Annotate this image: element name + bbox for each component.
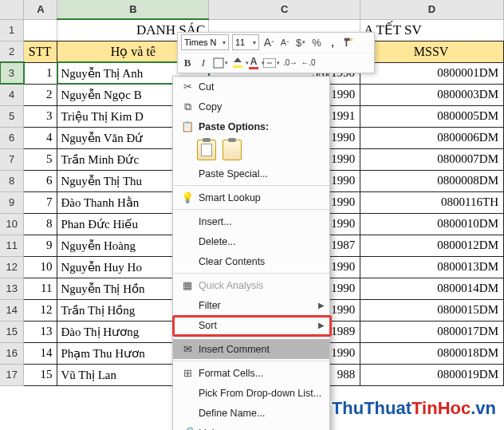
context-menu: ✂ Cut ⧉ Copy 📋 Paste Options: Paste Spec… <box>172 76 330 430</box>
cell-A13[interactable]: 11 <box>24 278 57 299</box>
cell-A7[interactable]: 5 <box>24 148 57 170</box>
row-header-6[interactable]: 6 <box>0 127 24 148</box>
cell-A2[interactable]: STT <box>24 41 57 62</box>
cell-D4[interactable]: 0800003DM <box>360 84 504 105</box>
col-header-D[interactable]: D <box>360 0 504 19</box>
cell-A4[interactable]: 2 <box>24 84 57 105</box>
select-all-corner[interactable] <box>0 0 24 19</box>
cell-D12[interactable]: 0800013DM <box>360 256 504 278</box>
ctx-cut[interactable]: ✂ Cut <box>173 77 329 97</box>
ctx-define-name[interactable]: Define Name... <box>173 403 329 423</box>
ctx-paste-special[interactable]: Paste Special... <box>173 164 329 183</box>
cell-D17[interactable]: 0800019DM <box>360 364 504 385</box>
ctx-quick-analysis: ▦ Quick Analysis <box>173 275 329 295</box>
cell-D11[interactable]: 0800012DM <box>360 235 504 256</box>
bold-button[interactable]: B <box>181 55 194 71</box>
ctx-format-cells[interactable]: ⊞ Format Cells... <box>173 363 329 383</box>
cell-A11[interactable]: 9 <box>24 235 57 256</box>
cell-D3[interactable]: 0800001DM <box>360 62 504 84</box>
row-header-8[interactable]: 8 <box>0 170 24 191</box>
cell-A6[interactable]: 4 <box>24 127 57 148</box>
cell-A3[interactable]: 1 <box>24 62 57 84</box>
format-cells-icon: ⊞ <box>178 367 197 379</box>
cell-A9[interactable]: 7 <box>24 191 57 213</box>
cell-A15[interactable]: 13 <box>24 321 57 342</box>
comment-icon: ✉ <box>178 343 197 355</box>
ctx-paste-options-header: 📋 Paste Options: <box>173 116 329 136</box>
decrease-font-icon[interactable]: Aˇ <box>278 34 291 50</box>
row-header-3[interactable]: 3 <box>0 62 24 84</box>
fill-color-button[interactable]: ▾ <box>231 55 244 71</box>
row-header-2[interactable]: 2 <box>0 41 24 62</box>
cell-A17[interactable]: 15 <box>24 364 57 385</box>
ctx-insert[interactable]: Insert... <box>173 211 329 231</box>
clipboard-icon: 📋 <box>178 120 197 132</box>
cell-D9[interactable]: 0800116TH <box>360 191 504 213</box>
paste-keep-source-icon[interactable] <box>197 140 216 160</box>
cell-A8[interactable]: 6 <box>24 170 57 191</box>
cell-D16[interactable]: 0800018DM <box>360 342 504 364</box>
cell-A16[interactable]: 14 <box>24 342 57 364</box>
ctx-copy[interactable]: ⧉ Copy <box>173 97 329 116</box>
cell-A14[interactable]: 12 <box>24 299 57 321</box>
row-header-9[interactable]: 9 <box>0 191 24 213</box>
cell-A10[interactable]: 8 <box>24 213 57 235</box>
cell-D13[interactable]: 0800014DM <box>360 278 504 299</box>
font-color-button[interactable]: A ▾ <box>247 55 260 71</box>
borders-button[interactable]: ▾ <box>213 55 228 71</box>
cell-A1[interactable] <box>24 19 57 41</box>
col-header-B[interactable]: B <box>57 0 209 19</box>
increase-font-icon[interactable]: Aˆ <box>262 34 275 50</box>
cell-D6[interactable]: 0800006DM <box>360 127 504 148</box>
row-header-10[interactable]: 10 <box>0 213 24 235</box>
cell-D1[interactable]: A TẾT SV <box>360 19 504 41</box>
percent-format-button[interactable]: % <box>310 34 323 50</box>
cell-D14[interactable]: 0800015DM <box>360 299 504 321</box>
ctx-delete[interactable]: Delete... <box>173 231 329 251</box>
row-header-5[interactable]: 5 <box>0 105 24 127</box>
cell-D7[interactable]: 0800007DM <box>360 148 504 170</box>
comma-format-button[interactable]: , <box>326 34 339 50</box>
row-header-12[interactable]: 12 <box>0 256 24 278</box>
italic-button[interactable]: I <box>197 55 210 71</box>
row-header-15[interactable]: 15 <box>0 321 24 342</box>
col-header-C[interactable]: C <box>209 0 360 19</box>
cell-D5[interactable]: 0800005DM <box>360 105 504 127</box>
ctx-pick-from-list[interactable]: Pick From Drop-down List... <box>173 383 329 403</box>
paste-values-icon[interactable] <box>222 140 242 160</box>
cell-A12[interactable]: 10 <box>24 256 57 278</box>
accounting-format-button[interactable]: $▾ <box>294 34 307 50</box>
copy-icon: ⧉ <box>178 101 197 113</box>
row-header-1[interactable]: 1 <box>0 19 24 41</box>
font-family-select[interactable]: Times N▾ <box>181 34 229 50</box>
ctx-sort[interactable]: Sort▶ <box>173 315 329 335</box>
lightbulb-icon: 💡 <box>178 191 197 203</box>
col-header-A[interactable]: A <box>24 0 57 19</box>
mini-toolbar: Times N▾ 11▾ Aˆ Aˇ $▾ % , B I ▾ ▾ A ▾ ▾ … <box>177 32 375 73</box>
cell-D2[interactable]: MSSV <box>360 41 504 62</box>
row-header-16[interactable]: 16 <box>0 342 24 364</box>
ctx-clear-contents[interactable]: Clear Contents <box>173 251 329 271</box>
row-header-14[interactable]: 14 <box>0 299 24 321</box>
row-header-17[interactable]: 17 <box>0 364 24 385</box>
decrease-decimal-button[interactable]: ←.0 <box>301 55 315 71</box>
ctx-smart-lookup[interactable]: 💡 Smart Lookup <box>173 187 329 207</box>
merge-center-button[interactable]: ▾ <box>263 55 280 71</box>
ctx-link[interactable]: 🔗 Link <box>173 423 329 430</box>
format-painter-icon[interactable] <box>342 34 355 50</box>
increase-decimal-button[interactable]: .0→ <box>283 55 297 71</box>
cell-D8[interactable]: 0800008DM <box>360 170 504 191</box>
cell-A5[interactable]: 3 <box>24 105 57 127</box>
ctx-filter[interactable]: Filter▶ <box>173 295 329 315</box>
svg-rect-0 <box>214 58 223 68</box>
cell-D10[interactable]: 0800010DM <box>360 213 504 235</box>
row-header-4[interactable]: 4 <box>0 84 24 105</box>
link-icon: 🔗 <box>178 427 197 430</box>
row-header-13[interactable]: 13 <box>0 278 24 299</box>
row-header-7[interactable]: 7 <box>0 148 24 170</box>
font-size-select[interactable]: 11▾ <box>232 34 259 50</box>
row-header-11[interactable]: 11 <box>0 235 24 256</box>
cell-D15[interactable]: 0800017DM <box>360 321 504 342</box>
ctx-insert-comment[interactable]: ✉ Insert Comment <box>173 339 329 359</box>
watermark: ThuThuatTinHoc.vn <box>332 398 496 419</box>
